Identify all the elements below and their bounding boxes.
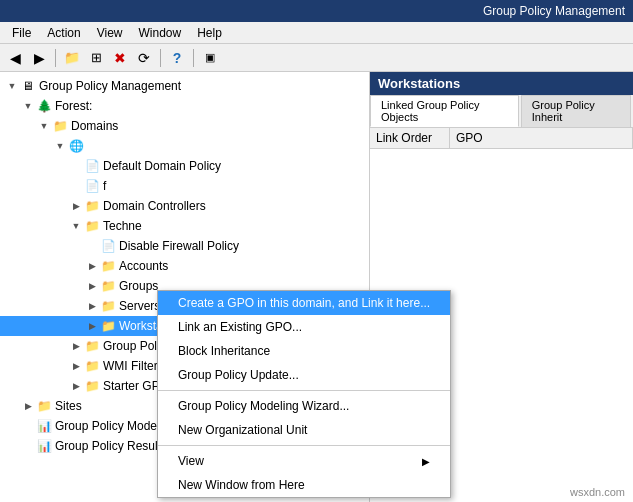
back-icon: ◀ xyxy=(10,50,21,66)
expander-sites[interactable]: ▶ xyxy=(20,398,36,414)
mmc-icon: ▣ xyxy=(205,51,215,64)
toolbar-separator-2 xyxy=(160,49,161,67)
tree-label-groups: Groups xyxy=(119,279,158,293)
properties-button[interactable]: ⊞ xyxy=(85,47,107,69)
tree-item-dfp[interactable]: 📄 Disable Firewall Policy xyxy=(0,236,369,256)
tree-item-domains[interactable]: ▼ 📁 Domains xyxy=(0,116,369,136)
wmi-icon: 📁 xyxy=(84,358,100,374)
tree-label-domains: Domains xyxy=(71,119,118,133)
tree-label-dfp: Disable Firewall Policy xyxy=(119,239,239,253)
ctx-new-window[interactable]: New Window from Here xyxy=(158,473,450,497)
tab-linked-gpo[interactable]: Linked Group Policy Objects xyxy=(370,95,519,127)
menu-file[interactable]: File xyxy=(4,24,39,42)
title-text: Group Policy Management xyxy=(483,4,625,18)
menu-window[interactable]: Window xyxy=(131,24,190,42)
ctx-create-gpo[interactable]: Create a GPO in this domain, and Link it… xyxy=(158,291,450,315)
context-menu: Create a GPO in this domain, and Link it… xyxy=(157,290,451,498)
tree-item-techne[interactable]: ▼ 📁 Techne xyxy=(0,216,369,236)
mmc-button[interactable]: ▣ xyxy=(199,47,221,69)
tree-item-gpm[interactable]: ▼ 🖥 Group Policy Management xyxy=(0,76,369,96)
expander-gpm[interactable]: ▼ xyxy=(4,78,20,94)
expander-workstations[interactable]: ▶ xyxy=(84,318,100,334)
toolbar-separator-1 xyxy=(55,49,56,67)
forward-button[interactable]: ▶ xyxy=(28,47,50,69)
ctx-gp-update-label: Group Policy Update... xyxy=(178,368,299,382)
ctx-new-ou-label: New Organizational Unit xyxy=(178,423,307,437)
ctx-view[interactable]: View ▶ xyxy=(158,449,450,473)
menu-view[interactable]: View xyxy=(89,24,131,42)
tree-label-wmi: WMI Filters xyxy=(103,359,164,373)
tree-item-domain-root[interactable]: ▼ 🌐 xyxy=(0,136,369,156)
watermark: wsxdn.com xyxy=(570,486,625,498)
help-button[interactable]: ? xyxy=(166,47,188,69)
expander-starter[interactable]: ▶ xyxy=(68,378,84,394)
gpo-icon: 📁 xyxy=(84,338,100,354)
ctx-link-existing-label: Link an Existing GPO... xyxy=(178,320,302,334)
tree-label-ddp: Default Domain Policy xyxy=(103,159,221,173)
tree-label-techne: Techne xyxy=(103,219,142,233)
tree-item-f[interactable]: 📄 f xyxy=(0,176,369,196)
expander-techne[interactable]: ▼ xyxy=(68,218,84,234)
ctx-separator-2 xyxy=(158,445,450,446)
dfp-icon: 📄 xyxy=(100,238,116,254)
starter-icon: 📁 xyxy=(84,378,100,394)
refresh-icon: ⟳ xyxy=(138,50,150,66)
ctx-new-ou[interactable]: New Organizational Unit xyxy=(158,418,450,442)
tree-label-servers: Servers xyxy=(119,299,160,313)
back-button[interactable]: ◀ xyxy=(4,47,26,69)
expander-dc[interactable]: ▶ xyxy=(68,198,84,214)
f-icon: 📄 xyxy=(84,178,100,194)
tree-label-f: f xyxy=(103,179,106,193)
gp-modeling-icon: 📊 xyxy=(36,418,52,434)
tab-linked-gpo-label: Linked Group Policy Objects xyxy=(381,99,479,123)
dc-icon: 📁 xyxy=(84,198,100,214)
tab-gp-inherit[interactable]: Group Policy Inherit xyxy=(521,95,631,127)
tree-item-dc[interactable]: ▶ 📁 Domain Controllers xyxy=(0,196,369,216)
ddp-icon: 📄 xyxy=(84,158,100,174)
tree-label-sites: Sites xyxy=(55,399,82,413)
tree-label-forest: Forest: xyxy=(55,99,92,113)
right-panel-title: Workstations xyxy=(370,72,633,95)
tabs-bar: Linked Group Policy Objects Group Policy… xyxy=(370,95,633,128)
forward-icon: ▶ xyxy=(34,50,45,66)
expander-domain-root[interactable]: ▼ xyxy=(52,138,68,154)
menu-action[interactable]: Action xyxy=(39,24,88,42)
col-link-order: Link Order xyxy=(370,128,450,148)
help-icon: ? xyxy=(173,50,182,66)
tree-item-accounts[interactable]: ▶ 📁 Accounts xyxy=(0,256,369,276)
expander-gpo[interactable]: ▶ xyxy=(68,338,84,354)
ctx-link-existing[interactable]: Link an Existing GPO... xyxy=(158,315,450,339)
expander-groups[interactable]: ▶ xyxy=(84,278,100,294)
ctx-view-label: View xyxy=(178,454,204,468)
table-header: Link Order GPO xyxy=(370,128,633,149)
gpm-icon: 🖥 xyxy=(20,78,36,94)
tree-label-accounts: Accounts xyxy=(119,259,168,273)
expander-servers[interactable]: ▶ xyxy=(84,298,100,314)
techne-icon: 📁 xyxy=(84,218,100,234)
tree-item-ddp[interactable]: 📄 Default Domain Policy xyxy=(0,156,369,176)
expander-accounts[interactable]: ▶ xyxy=(84,258,100,274)
sites-icon: 📁 xyxy=(36,398,52,414)
ctx-view-arrow: ▶ xyxy=(422,456,430,467)
menu-help[interactable]: Help xyxy=(189,24,230,42)
expander-domains[interactable]: ▼ xyxy=(36,118,52,134)
expander-forest[interactable]: ▼ xyxy=(20,98,36,114)
ctx-gp-update[interactable]: Group Policy Update... xyxy=(158,363,450,387)
delete-icon: ✖ xyxy=(114,50,126,66)
tree-item-forest[interactable]: ▼ 🌲 Forest: xyxy=(0,96,369,116)
folder-up-button[interactable]: 📁 xyxy=(61,47,83,69)
accounts-icon: 📁 xyxy=(100,258,116,274)
refresh-button[interactable]: ⟳ xyxy=(133,47,155,69)
tree-label-dc: Domain Controllers xyxy=(103,199,206,213)
domain-root-icon: 🌐 xyxy=(68,138,84,154)
expander-wmi[interactable]: ▶ xyxy=(68,358,84,374)
folder-up-icon: 📁 xyxy=(64,50,80,65)
tree-label-gpm: Group Policy Management xyxy=(39,79,181,93)
ctx-gp-modeling-label: Group Policy Modeling Wizard... xyxy=(178,399,349,413)
tree-label-gp-results: Group Policy Results xyxy=(55,439,167,453)
ctx-block-inheritance[interactable]: Block Inheritance xyxy=(158,339,450,363)
delete-button[interactable]: ✖ xyxy=(109,47,131,69)
col-gpo: GPO xyxy=(450,128,633,148)
workstations-icon: 📁 xyxy=(100,318,116,334)
ctx-gp-modeling[interactable]: Group Policy Modeling Wizard... xyxy=(158,394,450,418)
